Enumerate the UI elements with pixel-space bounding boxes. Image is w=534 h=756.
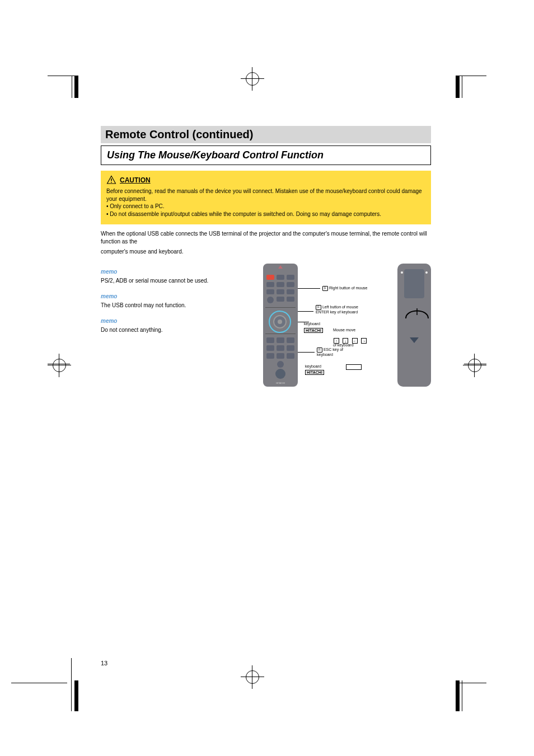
memo-label: memo	[101, 317, 252, 325]
caution-bullet: • Only connect to a PC.	[106, 203, 425, 210]
callout-label: Mouse move	[333, 328, 355, 332]
registration-mark-icon	[241, 665, 264, 689]
cropmark	[72, 76, 72, 98]
dot-icon	[401, 271, 403, 274]
remote-button	[266, 337, 274, 343]
caution-label: CAUTION	[120, 176, 151, 185]
brand-label: HITACHI	[263, 382, 298, 384]
intro-line: When the optional USB cable connects the…	[101, 230, 431, 246]
memo-body: PS/2, ADB or serial mouse cannot be used…	[101, 277, 252, 285]
cropmark	[456, 76, 460, 98]
leader-line	[298, 311, 313, 312]
cropmark	[74, 680, 78, 711]
page-number: 13	[101, 660, 107, 666]
brand-lettering-icon: HITACHI	[304, 328, 323, 333]
ir-emitter-icon	[278, 265, 283, 269]
remote-button	[287, 345, 294, 351]
callout-label: ⎘ Right button of mouse	[322, 286, 367, 291]
remote-button	[277, 275, 284, 280]
svg-rect-1	[111, 179, 112, 181]
cropmark	[456, 683, 486, 683]
remote-pad-icon	[404, 269, 424, 298]
registration-mark-icon	[48, 354, 71, 377]
callout-label: keyboard	[305, 364, 321, 369]
memo-body: The USB control may not function.	[101, 302, 252, 309]
cropmark	[11, 683, 67, 683]
disk-pad-center-icon	[278, 320, 282, 324]
callout-label: of keyboard	[333, 343, 354, 348]
intro-text: When the optional USB cable connects the…	[101, 230, 431, 256]
down-arrow-icon	[410, 337, 419, 343]
remote-diagram: HITACHI ⎘ Right button of mouse ⎘ Left b…	[252, 264, 431, 392]
cropmark	[462, 680, 462, 711]
remote-button	[277, 345, 284, 351]
intro-line: computer's mouse and keyboard.	[101, 248, 431, 256]
remote-button	[267, 297, 274, 303]
remote-button	[287, 282, 294, 287]
page-title: Remote Control (continued)	[101, 126, 431, 143]
dot-icon	[425, 271, 428, 274]
remote-button	[277, 361, 284, 368]
page-content: Remote Control (continued) Using The Mou…	[101, 126, 431, 392]
callout-label: ⎘ ESC key of keyboard	[317, 348, 343, 358]
remote-button	[287, 297, 294, 302]
caution-box: CAUTION Before connecting, read the manu…	[101, 171, 431, 224]
remote-button	[287, 353, 294, 359]
registration-mark-icon	[241, 67, 264, 91]
cropmark	[74, 76, 78, 98]
remote-button	[277, 297, 284, 302]
memo-label: memo	[101, 268, 252, 276]
callout-label: ⎘ Left button of mouse ENTER key of keyb…	[316, 305, 358, 315]
remote-button	[266, 275, 274, 280]
arrow-key-right-icon: →	[361, 338, 367, 344]
brand-lettering-icon: HITACHI	[305, 370, 324, 375]
leader-line	[298, 288, 320, 289]
remote-button	[266, 345, 274, 351]
leader-line	[298, 352, 315, 353]
svg-rect-2	[111, 182, 112, 183]
remote-button	[287, 275, 294, 280]
registration-mark-icon	[463, 354, 486, 377]
remote-button	[277, 282, 284, 287]
space-key-icon	[346, 364, 362, 370]
memo-label: memo	[101, 293, 252, 300]
remote-button	[277, 353, 284, 359]
remote-button	[275, 369, 285, 379]
remote-front-illustration: HITACHI	[263, 264, 298, 387]
usb-connector-icon: ⎘	[322, 286, 328, 291]
remote-button	[277, 289, 284, 294]
remote-button	[277, 337, 284, 343]
remote-button	[266, 282, 274, 287]
usb-connector-icon: ⎘	[317, 348, 322, 353]
remote-side-illustration	[397, 264, 431, 387]
cropmark	[71, 658, 72, 711]
remote-button	[266, 353, 274, 359]
memo-column: memo PS/2, ADB or serial mouse cannot be…	[101, 264, 252, 392]
cropmark	[456, 680, 460, 711]
callout-label: keyboard	[304, 322, 320, 326]
remote-button	[287, 289, 294, 294]
remote-button	[266, 289, 274, 294]
warning-triangle-icon	[106, 175, 116, 185]
remote-button	[287, 337, 294, 343]
mouse-outline-icon	[403, 303, 431, 320]
usb-connector-icon: ⎘	[316, 305, 321, 310]
caution-line: Before connecting, read the manuals of t…	[106, 187, 425, 203]
cropmark	[48, 76, 78, 76]
memo-body: Do not connect anything.	[101, 326, 252, 334]
section-subtitle: Using The Mouse/Keyboard Control Functio…	[101, 145, 431, 165]
cropmark	[462, 76, 462, 98]
cropmark	[456, 76, 486, 76]
caution-bullet: • Do not disassemble input/output cables…	[106, 210, 425, 218]
